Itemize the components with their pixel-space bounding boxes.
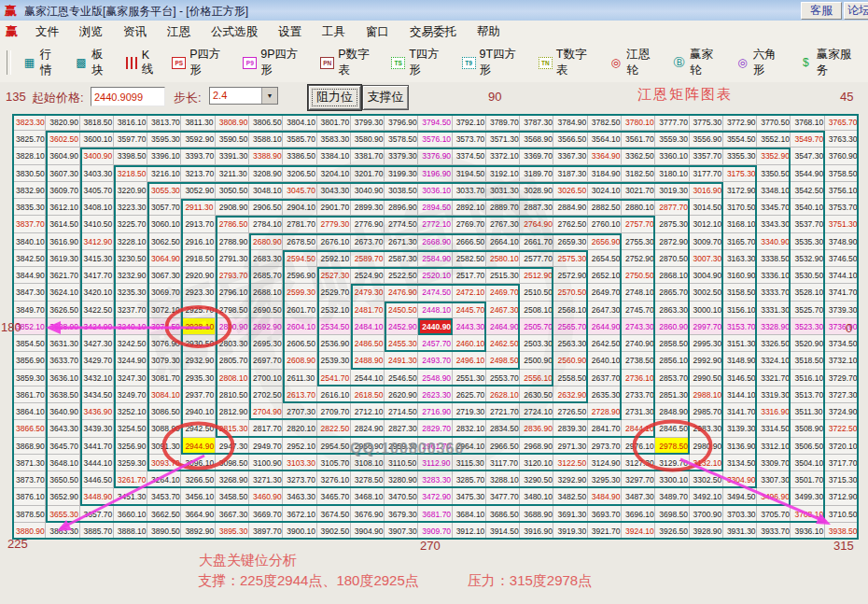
grid-cell: 3427.30: [80, 335, 114, 352]
grid-cell: 3105.70: [317, 455, 351, 471]
toolbar-item[interactable]: $赢家服务: [799, 47, 862, 78]
toolbar-item-label: 行情: [40, 47, 63, 78]
grid-cell: 3331.30: [757, 302, 791, 318]
grid-cell: 2937.70: [181, 386, 215, 403]
toolbar-item[interactable]: ◎六角形: [735, 47, 788, 78]
grid-cell: 3348.10: [757, 182, 791, 199]
grid-cell: 2548.90: [418, 370, 452, 386]
toolbar-item-label: 赢家轮: [690, 47, 724, 78]
grid-cell: 3216.10: [147, 165, 181, 182]
grid-cell: 3588.10: [249, 131, 283, 147]
grid-cell: 3904.90: [351, 523, 385, 540]
grid-cell: 3458.50: [216, 488, 249, 505]
toolbar-item[interactable]: TST四方形: [391, 47, 450, 78]
grid-cell: 2767.30: [486, 216, 520, 232]
grid-cell: 3237.70: [114, 302, 147, 318]
grid-cell: 3708.10: [791, 506, 824, 523]
menu-item-5[interactable]: 公式选股: [201, 21, 268, 43]
chevron-down-icon[interactable]: ▼: [261, 88, 277, 104]
grid-cell: 2565.70: [553, 318, 587, 335]
grid-cell: 2688.10: [249, 284, 283, 301]
grid-cell: 3717.70: [825, 455, 859, 471]
grid-cell: 3196.90: [418, 165, 452, 182]
start-price-label: 起始价格:: [32, 90, 84, 106]
forum-button[interactable]: 论坛: [844, 2, 868, 20]
grid-cell: 3057.70: [147, 199, 181, 216]
toolbar-item[interactable]: PNP数字表: [320, 47, 380, 78]
grid-cell: 2692.90: [249, 318, 283, 335]
grid-cell: 2455.30: [385, 335, 418, 352]
grid-cell: 3492.10: [690, 488, 723, 505]
menu-item-9[interactable]: 交易委托: [399, 21, 467, 43]
grid-cell: 3700.90: [690, 506, 723, 523]
toolbar-item[interactable]: T99T四方形: [462, 47, 527, 78]
grid-cell: 3878.50: [12, 506, 46, 523]
toolbar-item[interactable]: PSP四方形: [172, 47, 231, 78]
grid-cell: 3528.10: [791, 284, 824, 301]
resistance-button[interactable]: 阻力位: [308, 85, 361, 110]
toolbar-item[interactable]: ▩板块: [74, 47, 114, 78]
grid-cell: 3453.70: [147, 488, 181, 505]
grid-cell: 3818.50: [80, 114, 114, 131]
toolbar-item-label: 六角形: [753, 47, 788, 78]
grid-cell: 2577.70: [520, 250, 553, 267]
toolbar-item[interactable]: ◎江恩轮: [609, 47, 661, 78]
toolbar-item[interactable]: TNT数字表: [539, 47, 597, 78]
grid-cell: 2623.30: [418, 386, 452, 403]
start-price-input[interactable]: [91, 87, 165, 106]
grid-cell: 2707.30: [283, 403, 316, 420]
sector-blocks-icon: ▩: [74, 56, 88, 69]
grid-cell: 2980.90: [690, 438, 723, 455]
grid-cell: 3655.30: [46, 506, 79, 523]
grid-cell: 3607.30: [46, 165, 79, 182]
toolbar-item[interactable]: P99P四方形: [243, 47, 309, 78]
grid-cell: 3775.30: [690, 114, 723, 131]
grid-cell: 3232.90: [114, 267, 147, 284]
menu-item-8[interactable]: 窗口: [356, 21, 399, 43]
grid-cell: 3537.70: [791, 216, 824, 232]
menu-item-1[interactable]: 文件: [25, 21, 69, 43]
grid-cell: 2923.30: [181, 284, 215, 301]
menu-item-2[interactable]: 浏览: [69, 21, 113, 43]
quote-table-icon: ▦: [22, 56, 36, 69]
grid-cell: 2462.50: [486, 335, 520, 352]
grid-cell: 3571.30: [486, 131, 520, 147]
grid-cell: 2935.30: [181, 370, 215, 386]
menu-item-6[interactable]: 设置: [268, 21, 312, 43]
toolbar-item[interactable]: Ⓑ赢家轮: [672, 47, 724, 78]
toolbar-item-label: T四方形: [409, 47, 451, 78]
grid-cell: 3919.30: [553, 523, 587, 540]
grid-cell: 3866.50: [12, 420, 46, 437]
grid-cell: 3868.90: [12, 438, 46, 455]
menu-item-3[interactable]: 资讯: [113, 21, 157, 43]
grid-cell: 3732.10: [825, 352, 859, 369]
customer-service-button[interactable]: 客服: [801, 2, 842, 20]
grid-cell: 2582.50: [453, 250, 486, 267]
toolbar-item[interactable]: K线: [126, 49, 161, 77]
grid-cell: 2844.10: [622, 420, 655, 437]
grid-cell: 3050.50: [216, 182, 249, 199]
grid-cell: 3177.70: [690, 165, 723, 182]
grid-cell: 3122.50: [553, 455, 587, 471]
grid-cell: 3520.90: [791, 335, 824, 352]
menu-item-10[interactable]: 帮助: [467, 21, 511, 43]
grid-cell: 3796.90: [385, 114, 418, 131]
grid-cell: 2524.90: [351, 267, 385, 284]
grid-cell: 2726.50: [553, 403, 587, 420]
grid-cell: 3261.70: [114, 471, 147, 488]
grid-cell: 3470.50: [385, 488, 418, 505]
toolbar-item[interactable]: ▦行情: [22, 47, 63, 78]
grid-cell: 2755.30: [622, 233, 655, 250]
grid-cell: 3554.50: [723, 131, 757, 147]
menu-item-4[interactable]: 江恩: [157, 21, 201, 43]
support-button[interactable]: 支撑位: [362, 85, 409, 110]
grid-cell: 2709.70: [317, 403, 351, 420]
grid-cell: 3573.70: [453, 131, 486, 147]
grid-cell: 3211.30: [216, 165, 249, 182]
grid-cell: 3710.50: [825, 506, 859, 523]
grid-cell: 2676.10: [317, 233, 351, 250]
grid-cell: 3472.90: [418, 488, 452, 505]
grid-cell: 3117.70: [486, 455, 520, 471]
menu-item-7[interactable]: 工具: [312, 21, 356, 43]
step-dropdown[interactable]: 2.4 ▼: [209, 87, 278, 105]
